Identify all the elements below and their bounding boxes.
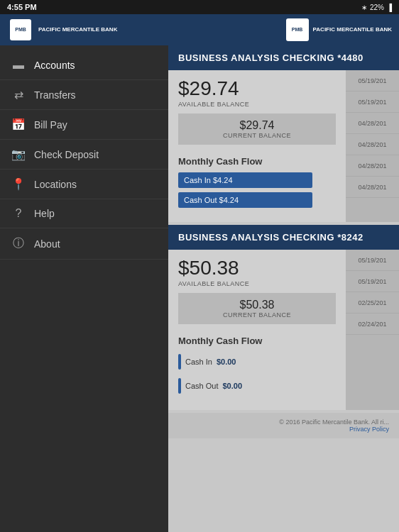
- cashin-row-2: Cash In $0.00: [178, 352, 336, 372]
- billpay-label: Bill Pay: [34, 119, 67, 131]
- available-balance-label-2: AVAILABLE BALANCE: [178, 280, 336, 287]
- billpay-icon: 📅: [11, 118, 26, 131]
- txn-date-2-3: 02/24/201: [346, 314, 399, 335]
- footer-privacy-link[interactable]: Privacy Policy: [178, 426, 389, 433]
- account-title-2: BUSINESS ANALYSIS CHECKING *8242: [178, 232, 389, 243]
- status-bar: 4:55 PM ∗ 22% ▐: [0, 0, 399, 14]
- sidebar-logo-inner: PMB: [15, 27, 26, 33]
- cashin-label-2: Cash In: [185, 358, 212, 366]
- transactions-panel-2: 05/19/201 05/19/201 02/25/201 02/24/201: [346, 250, 399, 410]
- sidebar-item-locations[interactable]: 📍 Locations: [0, 170, 168, 199]
- logo-box: PMB: [286, 18, 309, 41]
- cashin-bar-1: Cash In $4.24: [178, 172, 312, 188]
- txn-date-2-2: 02/25/201: [346, 292, 399, 314]
- account-card-2: BUSINESS ANALYSIS CHECKING *8242 $50.38 …: [168, 225, 399, 410]
- cashin-label-1: Cash In: [184, 176, 211, 184]
- locations-label: Locations: [34, 179, 77, 190]
- logo-brand: PACIFIC MERCANTILE BANK: [313, 26, 392, 33]
- main-content: PMB PACIFIC MERCANTILE BANK BUSINESS ANA…: [168, 14, 399, 532]
- bluetooth-icon: ∗: [361, 4, 367, 11]
- txn-date-1-0: 05/19/201: [346, 70, 399, 92]
- accounts-label: Accounts: [34, 60, 75, 71]
- cashout-bar-wrap-2: Cash Out $0.00: [178, 376, 336, 396]
- cashflow-section-2: Monthly Cash Flow Cash In $0.00 Cash Out…: [178, 330, 336, 403]
- cashflow-title-1: Monthly Cash Flow: [178, 156, 336, 167]
- current-balance-amount-1: $29.74: [188, 119, 326, 132]
- main-top-bar: PMB PACIFIC MERCANTILE BANK: [168, 14, 399, 45]
- cashout-label-2: Cash Out: [185, 382, 218, 390]
- txn-date-1-4: 04/28/201: [346, 155, 399, 177]
- available-balance-amount-1: $29.74: [178, 77, 336, 100]
- txn-date-2-0: 05/19/201: [346, 250, 399, 271]
- cashout-label-1: Cash Out: [184, 196, 217, 204]
- footer-copyright: © 2016 Pacific Mercantile Bank. All ri..…: [178, 419, 389, 426]
- txn-date-1-5: 04/28/201: [346, 177, 399, 198]
- account-body-1: $29.74 AVAILABLE BALANCE $29.74 CURRENT …: [168, 70, 399, 222]
- status-icons: ∗ 22% ▐: [361, 4, 392, 11]
- cashout-indicator-2: [178, 378, 181, 394]
- sidebar-header: PMB PACIFIC MERCANTILE BANK: [0, 14, 168, 45]
- transfers-label: Transfers: [34, 89, 76, 101]
- sidebar-item-transfers[interactable]: ⇄ Transfers: [0, 80, 168, 110]
- cashout-amount-1: $4.24: [219, 196, 239, 204]
- checkdeposit-icon: 📷: [11, 148, 26, 161]
- accounts-icon: ▬: [11, 59, 26, 72]
- transactions-panel-1: 05/19/201 05/19/201 04/28/201 04/28/201 …: [346, 70, 399, 222]
- account-body-2: $50.38 AVAILABLE BALANCE $50.38 CURRENT …: [168, 250, 399, 410]
- battery-icon: ▐: [387, 4, 392, 11]
- sidebar-items: ▬ Accounts ⇄ Transfers 📅 Bill Pay 📷 Chec…: [0, 45, 168, 532]
- available-balance-label-1: AVAILABLE BALANCE: [178, 101, 336, 108]
- battery-level: 22%: [370, 4, 384, 11]
- cashin-indicator-2: [178, 354, 181, 370]
- txn-date-1-2: 04/28/201: [346, 113, 399, 134]
- about-label: About: [34, 238, 60, 250]
- cashout-bar-wrap-1: Cash Out $4.24: [178, 192, 336, 208]
- nav-logo: PMB PACIFIC MERCANTILE BANK: [286, 18, 392, 41]
- cashin-bar-wrap-1: Cash In $4.24: [178, 172, 336, 188]
- account-main-2: $50.38 AVAILABLE BALANCE $50.38 CURRENT …: [168, 250, 346, 410]
- cashout-row-2: Cash Out $0.00: [178, 376, 336, 396]
- current-balance-amount-2: $50.38: [188, 299, 326, 311]
- locations-icon: 📍: [11, 177, 26, 191]
- account-card-1: BUSINESS ANALYSIS CHECKING *4480 $29.74 …: [168, 45, 399, 222]
- account-header-2: BUSINESS ANALYSIS CHECKING *8242: [168, 225, 399, 250]
- about-icon: ⓘ: [11, 236, 26, 251]
- available-balance-amount-2: $50.38: [178, 257, 336, 279]
- current-balance-label-2: CURRENT BALANCE: [188, 311, 326, 318]
- account-title-1: BUSINESS ANALYSIS CHECKING *4480: [178, 52, 389, 63]
- cashflow-section-1: Monthly Cash Flow Cash In $4.24 Cash Out…: [178, 150, 336, 215]
- txn-date-1-3: 04/28/201: [346, 134, 399, 155]
- cashin-bar-wrap-2: Cash In $0.00: [178, 352, 336, 372]
- account-header-1: BUSINESS ANALYSIS CHECKING *4480: [168, 45, 399, 70]
- footer: © 2016 Pacific Mercantile Bank. All ri..…: [168, 413, 399, 438]
- txn-date-1-1: 05/19/201: [346, 92, 399, 113]
- sidebar-item-about[interactable]: ⓘ About: [0, 228, 168, 260]
- cashflow-title-2: Monthly Cash Flow: [178, 336, 336, 346]
- current-balance-box-1: $29.74 CURRENT BALANCE: [178, 113, 336, 145]
- sidebar-logo-box: PMB: [10, 19, 31, 40]
- cashout-bar-1: Cash Out $4.24: [178, 192, 312, 208]
- cashout-amount-2: $0.00: [222, 382, 242, 390]
- txn-date-2-1: 05/19/201: [346, 271, 399, 292]
- sidebar-brand: PACIFIC MERCANTILE BANK: [38, 26, 117, 33]
- sidebar-item-help[interactable]: ? Help: [0, 199, 168, 228]
- sidebar-item-accounts[interactable]: ▬ Accounts: [0, 51, 168, 80]
- current-balance-box-2: $50.38 CURRENT BALANCE: [178, 293, 336, 324]
- transfers-icon: ⇄: [11, 88, 26, 101]
- help-icon: ?: [11, 207, 26, 220]
- cashin-amount-2: $0.00: [217, 358, 236, 366]
- sidebar-item-billpay[interactable]: 📅 Bill Pay: [0, 110, 168, 140]
- status-time: 4:55 PM: [7, 3, 37, 11]
- cashin-amount-1: $4.24: [213, 176, 233, 184]
- checkdeposit-label: Check Deposit: [34, 149, 99, 160]
- sidebar: PMB PACIFIC MERCANTILE BANK ▬ Accounts ⇄…: [0, 14, 168, 532]
- account-main-1: $29.74 AVAILABLE BALANCE $29.74 CURRENT …: [168, 70, 346, 222]
- current-balance-label-1: CURRENT BALANCE: [188, 132, 326, 139]
- sidebar-item-checkdeposit[interactable]: 📷 Check Deposit: [0, 140, 168, 170]
- help-label: Help: [34, 208, 55, 219]
- logo-text: PMB: [292, 27, 303, 33]
